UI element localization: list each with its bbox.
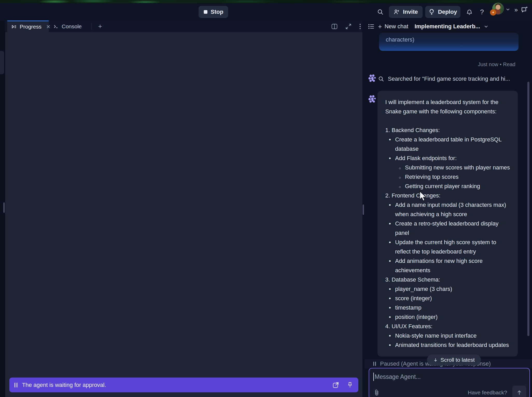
tab-console-label: Console <box>62 23 82 30</box>
new-chat-button[interactable]: + New chat <box>378 23 408 31</box>
split-pane-icon[interactable] <box>331 24 338 29</box>
send-button[interactable] <box>512 386 526 397</box>
avatar-status-badge: ✦ <box>490 9 496 16</box>
chat-message-list: characters) Just now • Read Searched for… <box>365 32 532 359</box>
scroll-to-latest-button[interactable]: Scroll to latest <box>427 354 481 365</box>
list-item: Getting current player ranking <box>385 182 510 191</box>
user-message-bubble: characters) <box>379 33 519 51</box>
stop-button[interactable]: Stop <box>199 6 228 18</box>
list-item: Create a leaderboard table in PostgreSQL… <box>385 135 510 154</box>
list-item: timestamp <box>385 303 510 312</box>
workspace-cover-strip <box>0 0 532 3</box>
chat-title-chevron-down-icon[interactable] <box>484 24 488 29</box>
help-icon[interactable]: ? <box>478 6 486 18</box>
list-item: player_name (3 chars) <box>385 284 510 294</box>
user-message-text: characters) <box>386 36 414 43</box>
agent-chat-panel: + New chat Implementing Leaderb... chara… <box>365 20 532 397</box>
agent-search-action: Searched for "Find game score tracking a… <box>378 76 510 82</box>
attach-paperclip-icon[interactable] <box>374 389 380 396</box>
panel-resize-handle[interactable] <box>363 204 364 215</box>
tab-console[interactable]: Console <box>49 20 90 32</box>
invite-button-label: Invite <box>403 9 418 15</box>
message-input[interactable]: Message Agent... <box>375 373 421 380</box>
stop-square-icon <box>204 10 208 14</box>
pane-tabbar: Progress ✕ Console + <box>5 20 362 32</box>
new-chat-label: New chat <box>384 23 408 30</box>
message-composer[interactable]: Message Agent... Have feedback? <box>369 368 530 397</box>
list-item: Add Flask endpoints for: <box>385 154 510 163</box>
progress-icon <box>11 24 17 29</box>
agent-message-intro: I will implement a leaderboard system fo… <box>385 98 510 116</box>
arrow-down-icon <box>433 358 438 362</box>
collapse-chevrons-icon[interactable]: » <box>514 6 518 13</box>
plus-icon: + <box>378 23 382 31</box>
agent-sparkle-icon <box>368 74 377 83</box>
open-in-pane-icon[interactable] <box>332 382 339 388</box>
scroll-to-latest-label: Scroll to latest <box>440 357 475 363</box>
search-action-icon <box>378 76 384 82</box>
agent-waiting-text: The agent is waiting for approval. <box>22 382 328 388</box>
stop-button-label: Stop <box>211 9 223 15</box>
tab-divider <box>91 23 92 30</box>
deploy-button-label: Deploy <box>438 9 457 15</box>
list-item: score (integer) <box>385 294 510 303</box>
pause-icon <box>373 362 376 366</box>
invite-person-icon <box>394 9 400 15</box>
left-resize-handle[interactable] <box>3 202 5 213</box>
agent-waiting-banner[interactable]: The agent is waiting for approval. <box>9 378 358 392</box>
message-meta: Just now • Read <box>478 61 515 67</box>
list-item: Add a name input modal (3 characters max… <box>385 200 510 219</box>
chat-header: + New chat Implementing Leaderb... <box>365 20 532 32</box>
pause-icon <box>15 383 17 387</box>
deploy-button[interactable]: Deploy <box>425 6 460 18</box>
agent-message-card: I will implement a leaderboard system fo… <box>377 91 518 357</box>
chat-scrollbar[interactable] <box>527 82 529 336</box>
pin-icon[interactable] <box>347 382 353 388</box>
new-chat-window-icon[interactable] <box>521 6 528 13</box>
notifications-bell-icon[interactable] <box>465 6 474 18</box>
search-action-text: Searched for "Find game score tracking a… <box>388 76 510 82</box>
list-item: position (integer) <box>385 312 510 322</box>
agent-sparkle-icon <box>368 95 377 104</box>
search-icon[interactable] <box>376 6 385 18</box>
section-title: 2. Frontend Changes: <box>385 191 510 200</box>
collapsed-dock-item[interactable] <box>0 51 4 74</box>
pane-menu-kebab-icon[interactable] <box>359 23 361 30</box>
list-item: Retrieving top scores <box>385 172 510 182</box>
list-item: Update the current high score system to … <box>385 238 510 256</box>
account-chevron-down-icon[interactable] <box>506 7 510 12</box>
progress-pane: The agent is waiting for approval. <box>5 32 362 397</box>
list-item: Nokia-style name input interface <box>385 331 510 340</box>
tab-progress[interactable]: Progress ✕ <box>7 20 49 32</box>
text-caret <box>373 373 374 381</box>
list-item: Animated transitions for leaderboard upd… <box>385 340 510 350</box>
have-feedback-link[interactable]: Have feedback? <box>468 389 507 396</box>
section-title: 1. Backend Changes: <box>385 126 510 135</box>
tab-progress-label: Progress <box>20 24 41 30</box>
help-glyph: ? <box>480 8 484 16</box>
section-title: 4. UI/UX Features: <box>385 322 510 331</box>
list-item: Submitting new scores with player names <box>385 163 510 172</box>
chat-title-dropdown[interactable]: Implementing Leaderb... <box>415 23 480 30</box>
new-tab-button[interactable]: + <box>95 20 105 32</box>
expand-pane-icon[interactable] <box>345 23 352 30</box>
mouse-cursor <box>418 191 429 202</box>
terminal-icon <box>53 24 59 29</box>
deploy-icon <box>429 9 435 15</box>
topbar: Stop Invite Deploy <box>0 3 532 20</box>
section-title: 3. Database Schema: <box>385 275 510 284</box>
list-item: Create a retro-styled leaderboard displa… <box>385 219 510 238</box>
invite-button[interactable]: Invite <box>389 6 423 18</box>
list-item: Add animations for new high score achiev… <box>385 256 510 275</box>
chat-list-icon[interactable] <box>368 24 374 29</box>
